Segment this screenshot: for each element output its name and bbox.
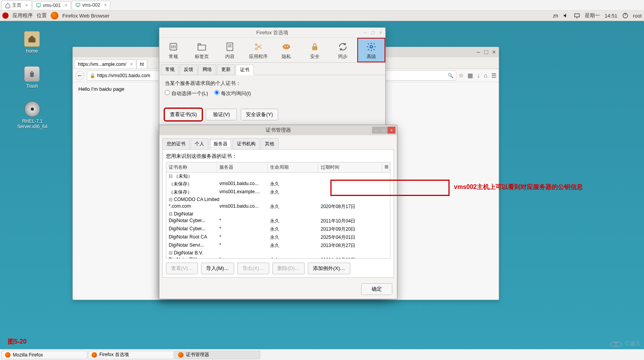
subtab-general[interactable]: 常规 — [161, 64, 179, 75]
host-tab-home[interactable]: 主页 × — [2, 0, 32, 10]
browser-tab[interactable]: ht — [136, 60, 147, 69]
host-tab-label: vms-001 — [43, 3, 61, 8]
firefox-icon[interactable] — [51, 12, 58, 19]
user-label[interactable]: root — [633, 13, 642, 19]
close-icon[interactable]: × — [104, 2, 107, 8]
cert-tab-servers[interactable]: 服务器 — [209, 138, 232, 149]
cert-row[interactable]: DigiNotar PKIov...*永久2020年03月23日 — [166, 256, 390, 259]
desktop-icon-home[interactable]: home — [16, 31, 48, 54]
view-certificates-button[interactable]: 查看证书(S) — [165, 109, 202, 120]
cert-row[interactable]: DigiNotar Cyber...*永久2011年10月04日 — [166, 217, 390, 225]
cell-expire — [318, 180, 390, 188]
cert-row[interactable]: （未保存）vms001.baidu.co...永久 — [166, 180, 390, 188]
mask-icon — [281, 42, 291, 52]
prefs-tab-tabs[interactable]: 标签页 — [188, 38, 216, 62]
minimize-button[interactable]: – — [362, 30, 368, 36]
volume-icon[interactable] — [563, 12, 569, 19]
host-tab-label: 主页 — [12, 2, 21, 9]
subtab-feedback[interactable]: 反馈 — [180, 64, 198, 75]
svg-point-15 — [614, 342, 621, 347]
clock-day: 星期一 — [585, 12, 600, 19]
cell-name: DigiNotar PKIov... — [166, 256, 217, 259]
cert-row[interactable]: *.com.comvms001.baidu.co...永久2020年08月17日 — [166, 203, 390, 211]
preferences-titlebar: Firefox 首选项 – □ × — [159, 28, 385, 38]
close-icon[interactable]: × — [25, 3, 28, 8]
prefs-tab-content[interactable]: 内容 — [216, 38, 244, 62]
maximize-button[interactable]: □ — [370, 30, 376, 36]
subtab-update[interactable]: 更新 — [217, 64, 235, 75]
cert-tab-people[interactable]: 个人 — [191, 138, 208, 149]
close-icon[interactable]: × — [130, 62, 133, 67]
search-icon[interactable]: 🔍 — [448, 73, 453, 78]
cert-row[interactable]: DigiNotar Cyber...*永久2013年09月20日 — [166, 225, 390, 233]
power-icon[interactable] — [622, 12, 628, 19]
cert-tab-ca[interactable]: 证书机构 — [233, 138, 260, 149]
taskbar-item-cert[interactable]: 证书管理器 — [175, 351, 260, 359]
minimize-button[interactable]: – — [372, 127, 380, 134]
preferences-body: 当某个服务器请求我的个人证书： 自动选择一个(L) 每次均询问(I) 查看证书(… — [159, 75, 385, 125]
col-name[interactable]: 证书名称 — [166, 162, 217, 172]
subtab-network[interactable]: 网络 — [198, 64, 216, 75]
downloads-icon[interactable]: ↓ — [477, 72, 480, 79]
display-icon[interactable] — [574, 12, 580, 19]
svg-rect-0 — [37, 4, 41, 6]
prefs-tab-general[interactable]: 常规 — [159, 38, 188, 62]
host-tab-vms002[interactable]: vms-002 × — [72, 1, 110, 9]
cert-tab-yours[interactable]: 您的证书 — [162, 138, 190, 149]
cert-tab-others[interactable]: 其他 — [261, 138, 279, 149]
taskbar-item-prefs[interactable]: Firefox 首选项 — [88, 351, 174, 359]
minimize-button[interactable]: – — [475, 49, 482, 55]
prefs-tab-privacy[interactable]: 隐私 — [272, 38, 301, 62]
cert-row[interactable]: DigiNotar Servi...*永久2013年08月27日 — [166, 242, 390, 250]
annotation-text: vms002主机上可以看到对应服务器的公钥信息 — [454, 183, 583, 191]
radio-ask-every[interactable]: 每次均询问(I) — [214, 90, 251, 97]
cert-row[interactable]: （未保存）vms001.example....永久 — [166, 188, 390, 196]
prefs-tab-security[interactable]: 安全 — [301, 38, 329, 62]
svg-rect-1 — [76, 3, 80, 6]
figure-label: 图5-20 — [8, 338, 26, 346]
maximize-button[interactable]: □ — [483, 49, 489, 55]
cert-group[interactable]: （未知） — [166, 173, 390, 180]
cert-row[interactable]: DigiNotar Root CA*永久2025年04月01日 — [166, 233, 390, 242]
col-expire[interactable]: 过期时间 — [318, 162, 382, 172]
desktop-icon-trash[interactable]: Trash — [16, 66, 48, 89]
desktop-icon-dvd[interactable]: RHEL-7.1 Server.x86_64 — [15, 101, 50, 129]
radio-auto-select[interactable]: 自动选择一个(L) — [165, 90, 208, 97]
cert-group[interactable]: DigiNotar B.V. — [166, 250, 390, 256]
browser-tab[interactable]: https://vm...ample.com/ × — [74, 60, 136, 69]
prefs-tab-advanced[interactable]: 高级 — [357, 38, 386, 62]
input-lang[interactable]: zh — [553, 13, 558, 19]
cert-group[interactable]: DigiNotar — [166, 211, 390, 217]
places-menu[interactable]: 位置 — [37, 12, 47, 19]
verify-button[interactable]: 验证(V) — [206, 109, 237, 120]
add-exception-button[interactable]: 添加例外(X)… — [308, 263, 350, 274]
library-icon[interactable]: ▦ — [468, 72, 473, 79]
cert-tree[interactable]: 证书名称 服务器 生命周期 过期时间 ⊞ （未知）（未保存）vms001.bai… — [166, 162, 390, 259]
host-tab-vms001[interactable]: vms-001 × — [32, 1, 71, 9]
col-server[interactable]: 服务器 — [217, 162, 268, 172]
monitor-icon — [36, 3, 41, 8]
security-devices-button[interactable]: 安全设备(Y) — [241, 109, 278, 120]
back-button[interactable]: ← — [75, 71, 85, 80]
close-button[interactable]: × — [491, 49, 497, 55]
menu-icon[interactable]: ☰ — [491, 72, 496, 79]
close-button[interactable]: × — [378, 30, 384, 36]
col-life[interactable]: 生命周期 — [268, 162, 318, 172]
prefs-tab-apps[interactable]: 应用程序 — [244, 38, 273, 62]
cert-tabs: 您的证书 个人 服务器 证书机构 其他 — [159, 135, 397, 149]
applications-menu[interactable]: 应用程序 — [12, 12, 33, 19]
ok-button[interactable]: 确定 — [361, 283, 392, 295]
prefs-tab-sync[interactable]: 同步 — [329, 38, 357, 62]
cert-group[interactable]: COMODO CA Limited — [166, 196, 390, 203]
close-button[interactable]: × — [388, 127, 395, 134]
maximize-button[interactable]: □ — [380, 127, 388, 134]
subtab-certificates[interactable]: 证书 — [236, 65, 254, 75]
import-button[interactable]: 导入(M)… — [201, 263, 234, 274]
close-icon[interactable]: × — [65, 3, 67, 8]
col-handle[interactable]: ⊞ — [382, 162, 390, 172]
page-text: Hello I'm baidu page — [78, 86, 124, 92]
home-icon[interactable]: ⌂ — [484, 72, 487, 79]
taskbar-item-firefox[interactable]: Mozilla Firefox — [2, 351, 87, 359]
svg-point-13 — [370, 46, 373, 48]
bookmark-icon[interactable]: ☆ — [459, 72, 464, 79]
